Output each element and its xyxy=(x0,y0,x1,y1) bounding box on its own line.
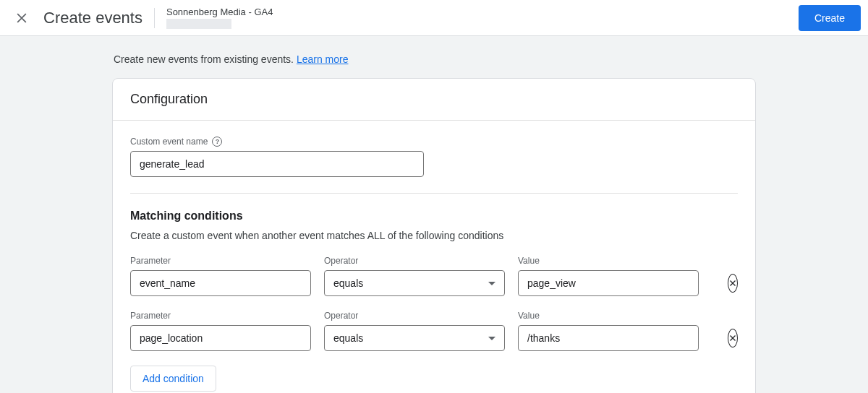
section-divider xyxy=(130,193,738,194)
page-title: Create events xyxy=(43,9,142,27)
card-header: Configuration xyxy=(113,79,755,121)
delete-condition-button[interactable] xyxy=(728,329,738,347)
help-icon[interactable]: ? xyxy=(212,137,222,147)
parameter-label: Parameter xyxy=(130,256,311,266)
create-button[interactable]: Create xyxy=(799,5,861,31)
operator-label: Operator xyxy=(324,256,505,266)
condition-row: Parameter Operator equals Value xyxy=(130,311,738,351)
parameter-input[interactable] xyxy=(130,270,311,296)
learn-more-link[interactable]: Learn more xyxy=(297,53,349,65)
delete-condition-button[interactable] xyxy=(728,274,738,293)
chevron-down-icon xyxy=(488,282,495,285)
close-icon xyxy=(728,279,737,288)
value-label: Value xyxy=(518,311,699,321)
custom-event-name-input[interactable] xyxy=(130,151,424,177)
close-icon xyxy=(728,334,737,342)
operator-label: Operator xyxy=(324,311,505,321)
chevron-down-icon xyxy=(488,337,495,340)
custom-event-name-label: Custom event name xyxy=(130,137,208,147)
divider xyxy=(154,8,155,28)
operator-select[interactable]: equals xyxy=(324,325,505,351)
property-name: Sonnenberg Media - GA4 xyxy=(166,7,273,17)
operator-select[interactable]: equals xyxy=(324,270,505,296)
parameter-label: Parameter xyxy=(130,311,311,321)
property-selector[interactable]: Sonnenberg Media - GA4 xyxy=(166,7,273,29)
property-sub-placeholder xyxy=(166,19,231,29)
card-body: Custom event name ? Matching conditions … xyxy=(113,121,755,393)
value-input[interactable] xyxy=(518,270,699,296)
condition-row: Parameter Operator equals Value xyxy=(130,256,738,296)
parameter-input[interactable] xyxy=(130,325,311,351)
close-button[interactable] xyxy=(7,4,36,33)
add-condition-button[interactable]: Add condition xyxy=(130,366,216,392)
matching-conditions-desc: Create a custom event when another event… xyxy=(130,230,738,241)
intro-copy: Create new events from existing events. xyxy=(114,53,297,65)
intro-text: Create new events from existing events. … xyxy=(112,36,756,78)
operator-value: equals xyxy=(333,277,363,289)
content-area: Create new events from existing events. … xyxy=(0,36,868,393)
value-label: Value xyxy=(518,256,699,266)
config-card: Configuration Custom event name ? Matchi… xyxy=(112,78,756,393)
matching-conditions-title: Matching conditions xyxy=(130,210,738,223)
value-input[interactable] xyxy=(518,325,699,351)
top-bar: Create events Sonnenberg Media - GA4 Cre… xyxy=(0,0,868,36)
operator-value: equals xyxy=(333,332,363,344)
close-icon xyxy=(14,11,29,25)
